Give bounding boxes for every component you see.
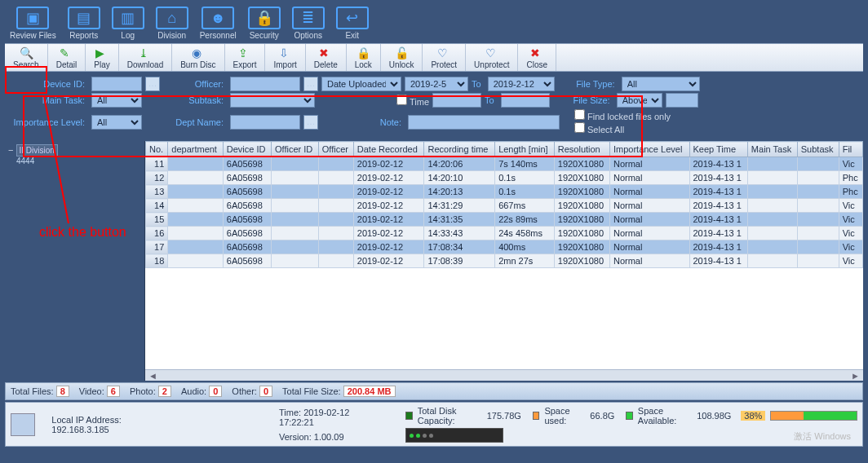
col-10[interactable]: Keep Time bbox=[689, 142, 747, 157]
cell-res: 1920X1080 bbox=[554, 157, 609, 171]
table-row[interactable]: 136A056982019-02-1214:20:130.1s1920X1080… bbox=[146, 185, 863, 199]
play-button[interactable]: ▶Play bbox=[86, 44, 118, 71]
file-size-input[interactable] bbox=[666, 93, 698, 108]
table-row[interactable]: 166A056982019-02-1214:33:4324s 458ms1920… bbox=[146, 227, 863, 240]
col-9[interactable]: Importance Level bbox=[609, 142, 689, 157]
table-row[interactable]: 156A056982019-02-1214:31:3522s 89ms1920X… bbox=[146, 213, 863, 227]
cell-dev: 6A05698 bbox=[223, 157, 271, 171]
cell-off bbox=[318, 254, 353, 268]
select-all-checkbox[interactable] bbox=[574, 122, 585, 133]
search-icon: 🔍 bbox=[20, 46, 33, 60]
date-uploaded-select[interactable]: Date Uploaded bbox=[321, 77, 401, 91]
device-id-input[interactable] bbox=[91, 77, 142, 91]
cell-ft: Phc bbox=[839, 185, 862, 199]
importance-select[interactable]: All bbox=[91, 115, 142, 130]
col-6[interactable]: Recording time bbox=[424, 142, 495, 157]
cell-keep: 2019-4-13 1 bbox=[689, 254, 747, 268]
col-7[interactable]: Length [min] bbox=[495, 142, 555, 157]
cell-mt bbox=[747, 157, 797, 171]
disk-total-swatch bbox=[405, 412, 413, 420]
protect-button[interactable]: ♡Protect bbox=[423, 44, 466, 71]
toolbar-log[interactable]: ▥Log bbox=[108, 5, 148, 42]
toolbar-reports[interactable]: ▤Reports bbox=[64, 5, 104, 42]
col-5[interactable]: Date Recorded bbox=[353, 142, 424, 157]
unprotect-button[interactable]: ♡Unprotect bbox=[466, 44, 518, 71]
time-checkbox[interactable] bbox=[396, 95, 407, 105]
table-row[interactable]: 176A056982019-02-1217:08:34400ms1920X108… bbox=[146, 240, 863, 254]
table-row[interactable]: 116A056982019-02-1214:20:067s 140ms1920X… bbox=[146, 157, 863, 171]
table-row[interactable]: 186A056982019-02-1217:08:392mn 27s1920X1… bbox=[146, 254, 863, 268]
file-size-mode-select[interactable]: Above bbox=[617, 93, 662, 108]
file-type-select[interactable]: All bbox=[622, 77, 700, 91]
col-11[interactable]: Main Task bbox=[747, 142, 797, 157]
find-locked-checkbox-label[interactable]: Find locked files only bbox=[574, 109, 671, 121]
toolbar-security[interactable]: 🔒Security bbox=[245, 5, 284, 42]
toolbar-options[interactable]: ≣Options bbox=[289, 5, 328, 42]
main-task-select[interactable]: All bbox=[91, 93, 142, 108]
time-from-input[interactable] bbox=[432, 93, 481, 108]
select-all-checkbox-label[interactable]: Select All bbox=[574, 122, 671, 134]
cell-st bbox=[797, 227, 839, 240]
cell-dept bbox=[168, 213, 224, 227]
dept-input[interactable] bbox=[230, 115, 300, 130]
time-to-input[interactable] bbox=[501, 93, 550, 108]
table-row[interactable]: 146A056982019-02-1214:31:29667ms1920X108… bbox=[146, 199, 863, 213]
horizontal-scrollbar[interactable]: ◄► bbox=[145, 369, 863, 381]
find-locked-checkbox[interactable] bbox=[574, 109, 585, 120]
cell-st bbox=[797, 157, 839, 171]
date-to-select[interactable]: 2019-2-12 bbox=[488, 77, 555, 91]
cell-oid bbox=[272, 157, 319, 171]
toolbar-division[interactable]: ⌂Division bbox=[153, 5, 192, 42]
cell-time: 14:33:43 bbox=[424, 227, 495, 240]
search-button[interactable]: 🔍Search bbox=[5, 44, 48, 71]
export-button[interactable]: ⇪Export bbox=[225, 44, 266, 71]
cell-imp: Normal bbox=[609, 185, 689, 199]
lock-icon: 🔒 bbox=[356, 46, 370, 60]
col-0[interactable]: No. bbox=[146, 142, 168, 157]
cell-res: 1920X1080 bbox=[554, 227, 609, 240]
detail-button[interactable]: ✎Detail bbox=[48, 44, 86, 71]
date-from-select[interactable]: 2019-2-5 bbox=[405, 77, 468, 91]
officer-input[interactable] bbox=[230, 77, 300, 91]
tree-collapse-icon[interactable]: − bbox=[8, 145, 13, 155]
time-checkbox-label[interactable]: Time bbox=[396, 95, 429, 107]
col-13[interactable]: Fil bbox=[839, 142, 862, 157]
col-8[interactable]: Resolution bbox=[554, 142, 609, 157]
pc-icon bbox=[11, 413, 35, 436]
col-3[interactable]: Officer ID bbox=[272, 142, 319, 157]
burn-button[interactable]: ◉Burn Disc bbox=[172, 44, 224, 71]
cell-dev: 6A05698 bbox=[223, 171, 271, 185]
toolbar-review[interactable]: ▣Review Files bbox=[7, 5, 60, 42]
delete-button[interactable]: ✖Delete bbox=[306, 44, 347, 71]
import-button[interactable]: ⇩Import bbox=[265, 44, 305, 71]
toolbar-exit[interactable]: ↩Exit bbox=[333, 5, 372, 42]
cell-date: 2019-02-12 bbox=[353, 185, 424, 199]
toolbar-personnel[interactable]: ☻Personnel bbox=[197, 5, 240, 42]
cell-off bbox=[318, 171, 353, 185]
cell-oid bbox=[272, 254, 319, 268]
cell-keep: 2019-4-13 1 bbox=[689, 185, 747, 199]
cell-no: 18 bbox=[146, 254, 168, 268]
col-1[interactable]: department bbox=[168, 142, 224, 157]
close-button[interactable]: ✖Close bbox=[518, 44, 556, 71]
col-4[interactable]: Officer bbox=[318, 142, 353, 157]
cell-res: 1920X1080 bbox=[554, 185, 609, 199]
space-avail-label: Space Available: bbox=[638, 406, 692, 426]
col-12[interactable]: Subtask bbox=[797, 142, 839, 157]
col-2[interactable]: Device ID bbox=[223, 142, 271, 157]
dept-picker[interactable]: … bbox=[303, 115, 318, 130]
disk-pct: 38% bbox=[741, 411, 765, 421]
subtask-select[interactable] bbox=[230, 93, 315, 108]
table-row[interactable]: 126A056982019-02-1214:20:100.1s1920X1080… bbox=[146, 171, 863, 185]
cell-ft: Phc bbox=[839, 171, 862, 185]
unlock-button[interactable]: 🔓Unlock bbox=[381, 44, 423, 71]
note-input[interactable] bbox=[408, 115, 560, 130]
tree-root-node[interactable]: II Division bbox=[16, 144, 58, 157]
detail-label: Detail bbox=[56, 60, 78, 69]
subtask-label: Subtask: bbox=[163, 95, 227, 105]
lock-button[interactable]: 🔒Lock bbox=[347, 44, 381, 71]
file-size-label: File Size: bbox=[553, 95, 613, 105]
device-id-picker[interactable]: … bbox=[145, 77, 160, 91]
download-button[interactable]: ⤓Download bbox=[119, 44, 172, 71]
officer-picker[interactable]: … bbox=[303, 77, 318, 91]
